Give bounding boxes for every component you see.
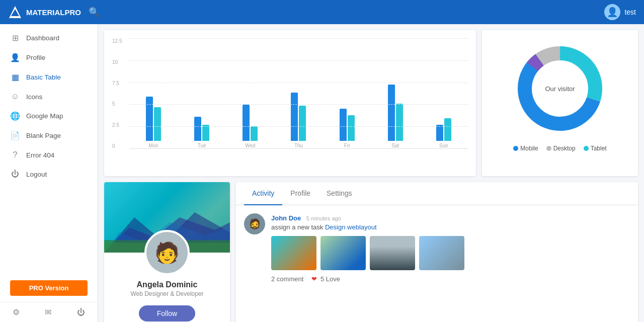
bar-group-fri: Fri bbox=[323, 40, 371, 148]
brand-name: MATERIALPRO bbox=[26, 8, 81, 17]
sidebar-item-google-map[interactable]: 🌐 Google Map bbox=[0, 106, 98, 126]
bar-label-thu: Thu bbox=[294, 143, 303, 148]
map-icon: 🌐 bbox=[10, 111, 20, 121]
activity-image-2 bbox=[320, 236, 366, 270]
bar-label-sun: Sun bbox=[439, 143, 448, 148]
sidebar-item-blank-page[interactable]: 📄 Blank Page bbox=[0, 126, 98, 145]
sidebar-item-error404[interactable]: ? Error 404 bbox=[0, 145, 98, 165]
content: 12.5 10 7.5 5 2.5 0 bbox=[98, 24, 644, 322]
activity-username: John Doe bbox=[271, 214, 301, 222]
bar-group-sun: Sun bbox=[420, 40, 468, 148]
table-icon: ▦ bbox=[10, 72, 20, 82]
bar-label-fri: Fri bbox=[344, 143, 350, 148]
bar-tue-teal bbox=[202, 125, 209, 141]
bar-fri-blue bbox=[340, 109, 347, 141]
activity-image-1 bbox=[271, 236, 316, 270]
bar-label-tue: Tue bbox=[198, 143, 206, 148]
tab-activity[interactable]: Activity bbox=[244, 182, 282, 205]
bottom-row: 🧑 Angela Dominic Web Designer & Develope… bbox=[104, 182, 638, 322]
activity-love-count: 5 Love bbox=[320, 275, 340, 283]
activity-user-avatar: 🧔 bbox=[244, 213, 265, 234]
bar-sun-teal bbox=[444, 118, 451, 141]
sidebar-item-profile[interactable]: 👤 Profile bbox=[0, 48, 98, 67]
sidebar-label-blank-page: Blank Page bbox=[26, 132, 61, 139]
pro-btn-wrap: PRO Version bbox=[0, 274, 98, 302]
sidebar-item-dashboard[interactable]: ⊞ Dashboard bbox=[0, 28, 98, 48]
legend-desktop: Desktop bbox=[546, 145, 576, 152]
legend-tablet: Tablet bbox=[584, 145, 607, 152]
tabs-header: Activity Profile Settings bbox=[236, 182, 638, 205]
tab-profile[interactable]: Profile bbox=[282, 182, 318, 205]
bar-label-mon: Mon bbox=[148, 143, 158, 148]
legend-label-desktop: Desktop bbox=[553, 145, 576, 152]
mail-icon[interactable]: ✉ bbox=[45, 307, 51, 317]
sidebar-item-logout[interactable]: ⏻ Logout bbox=[0, 165, 98, 184]
profile-avatar: 🧑 bbox=[144, 230, 190, 275]
tab-content-activity: 🧔 John Doe 5 minutes ago assign a new ta… bbox=[236, 205, 638, 322]
sidebar-footer: ⚙ ✉ ⏻ bbox=[0, 302, 98, 322]
legend-label-mobile: Mobile bbox=[520, 145, 538, 152]
activity-item: 🧔 John Doe 5 minutes ago assign a new ta… bbox=[244, 213, 630, 283]
legend-dot-mobile bbox=[513, 146, 518, 151]
bar-group-tue: Tue bbox=[178, 40, 226, 148]
settings-icon[interactable]: ⚙ bbox=[13, 307, 20, 317]
logo-icon bbox=[8, 5, 22, 19]
user-label: test bbox=[624, 8, 636, 16]
top-row: 12.5 10 7.5 5 2.5 0 bbox=[104, 30, 638, 176]
sidebar-item-basic-table[interactable]: ▦ Basic Table bbox=[0, 67, 98, 87]
sidebar-item-icons[interactable]: ☺ Icons bbox=[0, 87, 98, 106]
sidebar-nav: ⊞ Dashboard 👤 Profile ▦ Basic Table ☺ Ic… bbox=[0, 24, 98, 274]
activity-user-line: John Doe 5 minutes ago bbox=[271, 213, 630, 222]
activity-images bbox=[271, 236, 630, 270]
sidebar-label-error404: Error 404 bbox=[26, 151, 54, 159]
tab-settings[interactable]: Settings bbox=[318, 182, 360, 205]
profile-name: Angela Dominic bbox=[137, 280, 198, 289]
y-label-0: 0 bbox=[112, 143, 122, 149]
search-icon[interactable]: 🔍 bbox=[89, 7, 100, 18]
topnav-search: 🔍 bbox=[89, 7, 604, 18]
love-icon: ❤ bbox=[311, 275, 317, 283]
pro-version-button[interactable]: PRO Version bbox=[10, 280, 88, 296]
bar-label-wed: Wed bbox=[245, 143, 255, 148]
legend-dot-tablet bbox=[584, 146, 589, 151]
activity-meta: 2 comment ❤ 5 Love bbox=[271, 275, 630, 283]
profile-avatar-wrap: 🧑 bbox=[144, 230, 190, 275]
grid-line-3 bbox=[129, 104, 468, 105]
y-label-10: 10 bbox=[112, 59, 122, 65]
bar-wed-blue bbox=[243, 105, 250, 141]
activity-card: Activity Profile Settings 🧔 John Doe 5 m… bbox=[236, 182, 638, 322]
bar-thu-blue bbox=[291, 93, 298, 141]
main-layout: ⊞ Dashboard 👤 Profile ▦ Basic Table ☺ Ic… bbox=[0, 24, 644, 322]
grid-line-0 bbox=[129, 38, 468, 39]
topnav: MATERIALPRO 🔍 👤 test bbox=[0, 0, 644, 24]
donut-label: Our visitor bbox=[545, 85, 575, 93]
activity-comments: 2 comment bbox=[271, 275, 303, 283]
sidebar-label-basic-table: Basic Table bbox=[26, 73, 61, 81]
power-icon[interactable]: ⏻ bbox=[77, 308, 85, 317]
logout-icon: ⏻ bbox=[10, 170, 20, 179]
activity-image-4 bbox=[419, 236, 464, 270]
topnav-user: 👤 test bbox=[604, 4, 636, 20]
activity-text-plain: assign a new task bbox=[271, 223, 325, 231]
bar-chart: 12.5 10 7.5 5 2.5 0 bbox=[112, 38, 468, 164]
follow-button[interactable]: Follow bbox=[139, 305, 195, 321]
bar-wed-teal bbox=[251, 126, 258, 141]
legend-label-tablet: Tablet bbox=[591, 145, 607, 152]
bar-sun-blue bbox=[436, 125, 443, 141]
sidebar-label-logout: Logout bbox=[26, 171, 47, 178]
grid-line-4 bbox=[129, 126, 468, 127]
activity-link[interactable]: Design weblayout bbox=[325, 223, 377, 231]
sidebar-label-icons: Icons bbox=[26, 93, 42, 101]
donut-chart-card: Our visitor Mobile Desktop Tablet bbox=[482, 30, 638, 176]
donut-wrap: Our visitor bbox=[515, 43, 605, 134]
bar-mon-blue bbox=[146, 97, 153, 141]
bar-group-mon: Mon bbox=[129, 40, 178, 148]
profile-role: Web Designer & Developer bbox=[130, 290, 203, 297]
sidebar: ⊞ Dashboard 👤 Profile ▦ Basic Table ☺ Ic… bbox=[0, 24, 98, 322]
bar-group-sat: Sat bbox=[371, 40, 420, 148]
profile-card: 🧑 Angela Dominic Web Designer & Develope… bbox=[104, 182, 230, 322]
y-label-125: 12.5 bbox=[112, 38, 122, 44]
bar-label-sat: Sat bbox=[391, 143, 399, 148]
activity-image-3 bbox=[370, 236, 415, 270]
bar-fri-teal bbox=[348, 115, 355, 141]
